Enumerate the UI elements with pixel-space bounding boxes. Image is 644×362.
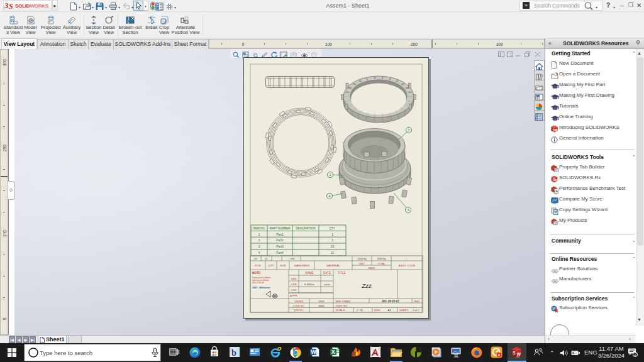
- svg-text:4: 4: [258, 251, 260, 255]
- svg-text:NAME: NAME: [305, 272, 313, 275]
- svg-text:DATE: DATE: [323, 272, 331, 275]
- svg-text:01: 01: [265, 257, 268, 260]
- svg-text:Rx: Rx: [553, 178, 557, 182]
- svg-text:CHK: CHK: [291, 288, 296, 292]
- svg-text:9: 9: [498, 353, 500, 357]
- svg-text:З: З: [4, 1, 9, 10]
- svg-text:1: 1: [329, 173, 331, 177]
- svg-text:2: 2: [258, 239, 260, 242]
- svg-text:2: 2: [635, 352, 637, 356]
- svg-text:S: S: [513, 351, 516, 355]
- svg-text:TITLE: TITLE: [338, 272, 346, 275]
- svg-text:REF DRAW: REF DRAW: [336, 300, 351, 303]
- svg-text:W: W: [311, 349, 316, 355]
- svg-text:200: 200: [411, 42, 418, 47]
- svg-text:4: 4: [328, 194, 330, 198]
- svg-text:0000: 0000: [319, 304, 325, 307]
- svg-text:QTY.: QTY.: [329, 227, 335, 230]
- svg-text:SCALE:: SCALE:: [336, 309, 346, 312]
- svg-text:POS: POS: [255, 264, 260, 267]
- svg-text:S: S: [9, 2, 13, 10]
- svg-text:0000: 0000: [319, 300, 325, 303]
- svg-text:Part2: Part2: [276, 239, 284, 242]
- svg-text:A4: A4: [388, 309, 392, 312]
- svg-text:3: 3: [407, 208, 409, 212]
- svg-text:Part1: Part1: [276, 233, 284, 236]
- svg-text:11: 11: [331, 251, 334, 255]
- svg-text:DWG NO.: DWG NO.: [336, 304, 348, 307]
- svg-text:100: 100: [325, 42, 332, 47]
- svg-text:2: 2: [408, 128, 409, 132]
- svg-text:CODE NO.: CODE NO.: [292, 304, 304, 307]
- svg-text:MATERIAL: MATERIAL: [326, 264, 340, 267]
- svg-text:ASSY. CODE: ASSY. CODE: [399, 264, 415, 267]
- svg-text:xxx/xx: xxx/xx: [324, 283, 330, 286]
- svg-text:b: b: [231, 348, 236, 358]
- svg-text:K.M2hre: K.M2hre: [304, 283, 314, 286]
- svg-text:UNIT : Millimeter: UNIT : Millimeter: [252, 287, 270, 289]
- svg-text:Zzz: Zzz: [361, 282, 372, 289]
- svg-text:00: 00: [254, 257, 257, 260]
- svg-text:ITEM NO.: ITEM NO.: [253, 227, 265, 230]
- svg-text:ISO 2768-M: ISO 2768-M: [252, 282, 264, 284]
- svg-text:APPR: APPR: [290, 294, 297, 297]
- svg-text:-- info: -- info: [288, 258, 295, 260]
- svg-text:QTY: QTY: [268, 264, 274, 267]
- svg-text:200: 200: [3, 145, 7, 151]
- svg-text:0: 0: [242, 42, 245, 47]
- svg-text:1 : 35: 1 : 35: [357, 309, 364, 312]
- svg-text:SIZE:: SIZE:: [374, 309, 380, 312]
- svg-text:1: 1: [331, 233, 333, 236]
- svg-text:DRA: DRA: [291, 283, 296, 286]
- svg-text:1 of 1: 1 of 1: [413, 309, 419, 312]
- svg-text:0: 0: [3, 317, 7, 320]
- svg-text:1600 kg: 1600 kg: [358, 257, 367, 260]
- svg-text:100: 100: [3, 230, 7, 237]
- svg-text:2016: 2016: [516, 356, 520, 358]
- svg-text:QTE NO.: QTE NO.: [294, 309, 304, 312]
- svg-text:PART NUMBER: PART NUMBER: [270, 227, 291, 230]
- svg-text:1: 1: [258, 233, 260, 236]
- svg-text:300: 300: [496, 42, 503, 47]
- svg-text:Part3: Part3: [276, 245, 284, 248]
- svg-text:X: X: [331, 349, 335, 355]
- svg-text:DESCRIPTION: DESCRIPTION: [296, 227, 315, 230]
- svg-text:MASS: MASS: [369, 267, 375, 270]
- svg-text:TOTAL: TOTAL: [378, 263, 386, 265]
- svg-text:REV: REV: [414, 300, 419, 303]
- svg-text:DES: DES: [291, 277, 296, 280]
- svg-text:HARDNESS: HARDNESS: [294, 264, 309, 267]
- svg-text:UNIT: UNIT: [359, 263, 365, 265]
- svg-text:3: 3: [258, 245, 260, 248]
- svg-text:ORDER: ORDER: [294, 300, 303, 303]
- svg-text:35: 35: [331, 245, 335, 248]
- svg-text:NOTE:: NOTE:: [252, 272, 262, 275]
- svg-text:SHEET:: SHEET:: [399, 309, 409, 312]
- svg-text:1600 kg: 1600 kg: [377, 257, 386, 260]
- svg-text:300: 300: [3, 59, 7, 66]
- svg-text:001-16-03-01: 001-16-03-01: [382, 300, 399, 303]
- svg-text:2: 2: [331, 239, 333, 242]
- svg-text:SIZE: SIZE: [280, 264, 286, 267]
- svg-text:Part4: Part4: [276, 251, 284, 255]
